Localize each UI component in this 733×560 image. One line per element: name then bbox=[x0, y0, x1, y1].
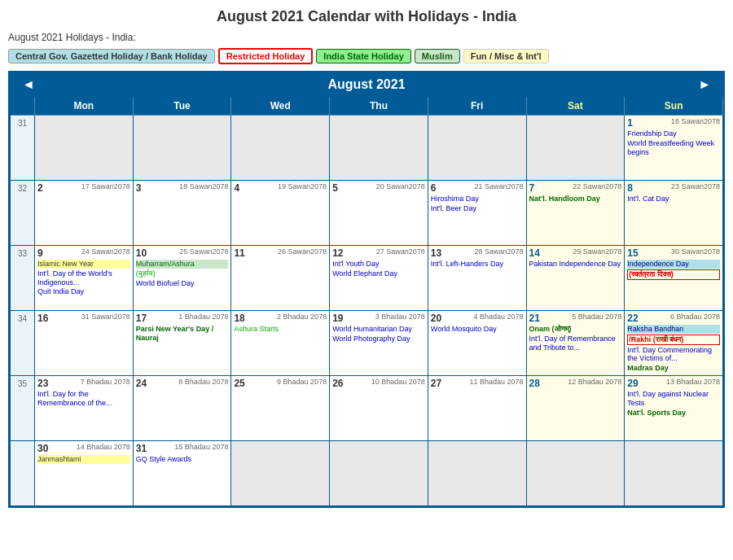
day-cell: 237 Bhadau 2078Int'l. Day for the Rememb… bbox=[35, 376, 134, 441]
day-number: 17 bbox=[136, 313, 147, 324]
day-cell bbox=[527, 116, 625, 181]
day-number: 18 bbox=[234, 313, 244, 324]
day-header-mon: Mon bbox=[35, 97, 134, 116]
event: Int'l. Day Commemorating the Victims of.… bbox=[627, 346, 720, 364]
day-cell: 621 Sawan2078Hiroshima DayInt'l. Beer Da… bbox=[428, 181, 527, 246]
lunar-date: 9 Bhadau 2078 bbox=[277, 378, 327, 386]
day-cell bbox=[134, 116, 232, 181]
day-cell bbox=[231, 441, 330, 506]
event: Hiroshima Day bbox=[431, 195, 524, 203]
week-number-3: 33 bbox=[11, 246, 35, 311]
event: GQ Style Awards bbox=[136, 455, 229, 464]
day-cell: 1328 Sawan2078Int'l. Left-Handers Day bbox=[428, 246, 527, 311]
legend-item-central: Central Gov. Gazetted Holiday / Bank Hol… bbox=[8, 49, 215, 63]
day-cell: 1429 Sawan2078Pakistan Independence Day bbox=[527, 246, 625, 311]
day-cell: 2913 Bhadau 2078Int'l. Day against Nucle… bbox=[625, 376, 723, 441]
day-number: 9 bbox=[37, 247, 43, 259]
day-number: 31 bbox=[136, 443, 147, 454]
event: Parsi New Year's Day / Nauraj bbox=[136, 325, 229, 343]
lunar-date: 4 Bhadau 2078 bbox=[474, 313, 524, 321]
prev-month-button[interactable]: ◄ bbox=[18, 77, 39, 92]
event: World Mosquito Day bbox=[431, 325, 524, 334]
day-cell: 2812 Bhadau 2078 bbox=[527, 376, 625, 441]
event: Int'l. Day of the World's Indigenous... bbox=[37, 269, 130, 287]
week-num-col-header bbox=[11, 97, 35, 116]
event: Independence Day bbox=[627, 260, 720, 269]
day-cell bbox=[428, 116, 527, 181]
event: Muharram/Ashura bbox=[136, 260, 229, 269]
event: World Photography Day bbox=[332, 335, 425, 343]
day-cell: 318 Sawan2078 bbox=[134, 181, 232, 246]
lunar-date: 28 Sawan2078 bbox=[475, 247, 524, 256]
day-cell: 217 Sawan2078 bbox=[35, 181, 134, 246]
day-number: 30 bbox=[37, 443, 48, 454]
event: Int'l Youth Day bbox=[332, 260, 425, 269]
calendar-container: ◄ August 2021 ► MonTueWedThuFriSatSun311… bbox=[8, 71, 725, 508]
day-number: 20 bbox=[431, 313, 441, 324]
legend-item-fun: Fun / Misc & Int'l bbox=[463, 49, 549, 63]
day-number: 27 bbox=[431, 378, 441, 389]
day-cell: 2711 Bhadau 2078 bbox=[428, 376, 527, 441]
day-number: 25 bbox=[234, 378, 244, 389]
day-cell bbox=[330, 116, 428, 181]
day-cell: 419 Sawan2078 bbox=[231, 181, 330, 246]
day-header-wed: Wed bbox=[231, 97, 330, 116]
event: Nat'l. Handloom Day bbox=[529, 195, 622, 203]
calendar-header: ◄ August 2021 ► bbox=[10, 72, 723, 97]
event: Int'l. Day against Nuclear Tests bbox=[627, 390, 720, 408]
day-number: 4 bbox=[234, 182, 239, 194]
day-cell: 1025 Sawan2078Muharram/Ashura(मुहर्रम)Wo… bbox=[134, 246, 232, 311]
event: Onam (ओणम्) bbox=[529, 325, 622, 334]
day-number: 3 bbox=[136, 182, 142, 194]
lunar-date: 14 Bhadau 2078 bbox=[77, 443, 130, 451]
event: Ashura Starts bbox=[234, 325, 327, 334]
day-cell bbox=[625, 441, 723, 506]
legend-item-muslim: Muslim bbox=[415, 49, 460, 63]
event: Janmashtami bbox=[37, 455, 130, 464]
lunar-date: 17 Sawan2078 bbox=[81, 182, 130, 190]
lunar-date: 25 Sawan2078 bbox=[179, 247, 228, 256]
event: Int'l. Beer Day bbox=[431, 204, 524, 213]
event: Int'l. Left-Handers Day bbox=[431, 260, 524, 269]
lunar-date: 23 Sawan2078 bbox=[671, 182, 720, 190]
day-number: 5 bbox=[332, 182, 338, 194]
day-header-thu: Thu bbox=[330, 97, 428, 116]
next-month-button[interactable]: ► bbox=[694, 77, 715, 92]
lunar-date: 8 Bhadau 2078 bbox=[178, 378, 228, 386]
event: World Elephant Day bbox=[332, 269, 425, 278]
day-number: 7 bbox=[529, 182, 535, 194]
week-number-6 bbox=[11, 441, 35, 506]
day-cell: 193 Bhadau 2078World Humanitarian DayWor… bbox=[330, 311, 428, 376]
lunar-date: 12 Bhadau 2078 bbox=[568, 378, 621, 386]
week-number-1: 31 bbox=[11, 116, 35, 181]
lunar-date: 29 Sawan2078 bbox=[573, 247, 621, 256]
event: Pakistan Independence Day bbox=[529, 260, 622, 269]
day-cell: 226 Bhadau 2078Raksha Bandhan/Rakhi (राख… bbox=[625, 311, 723, 376]
lunar-date: 13 Bhadau 2078 bbox=[666, 378, 720, 386]
day-number: 12 bbox=[332, 247, 343, 259]
week-number-2: 32 bbox=[11, 181, 35, 246]
event: Raksha Bandhan bbox=[627, 325, 720, 334]
event: Int'l. Day for the Remembrance of the... bbox=[37, 390, 130, 408]
day-cell: 215 Bhadau 2078Onam (ओणम्)Int'l. Day of … bbox=[527, 311, 625, 376]
day-header-sun: Sun bbox=[625, 97, 723, 116]
lunar-date: 30 Sawan2078 bbox=[671, 247, 720, 256]
event: World Humanitarian Day bbox=[332, 325, 425, 334]
day-header-tue: Tue bbox=[134, 97, 232, 116]
day-number: 8 bbox=[627, 182, 633, 194]
day-cell bbox=[428, 441, 527, 506]
legend-item-restricted: Restricted Holiday bbox=[218, 48, 314, 64]
lunar-date: 21 Sawan2078 bbox=[475, 182, 524, 190]
week-number-5: 35 bbox=[11, 376, 35, 441]
calendar-grid: MonTueWedThuFriSatSun31116 Sawan2078Frie… bbox=[10, 97, 723, 506]
day-number: 10 bbox=[136, 247, 147, 259]
day-number: 11 bbox=[234, 247, 244, 259]
day-cell: 1227 Sawan2078Int'l Youth DayWorld Eleph… bbox=[330, 246, 428, 311]
day-number: 2 bbox=[37, 182, 43, 194]
day-number: 14 bbox=[529, 247, 540, 259]
day-cell: 722 Sawan2078Nat'l. Handloom Day bbox=[527, 181, 625, 246]
subtitle: August 2021 Holidays - India: bbox=[8, 32, 725, 43]
day-cell: 171 Bhadau 2078Parsi New Year's Day / Na… bbox=[134, 311, 232, 376]
day-header-sat: Sat bbox=[527, 97, 625, 116]
day-number: 24 bbox=[136, 378, 147, 389]
